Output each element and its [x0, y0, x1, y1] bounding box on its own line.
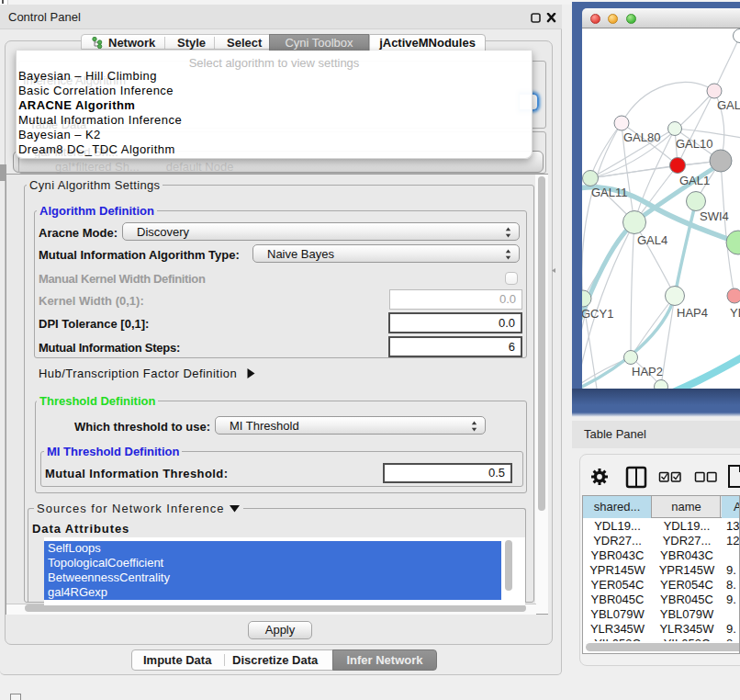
svg-text:GAL4: GAL4 — [637, 233, 667, 247]
svg-text:SWI4: SWI4 — [700, 209, 729, 223]
svg-text:GAL7: GAL7 — [717, 98, 740, 112]
svg-text:GAL80: GAL80 — [623, 130, 660, 144]
svg-text:GAL1: GAL1 — [679, 174, 710, 187]
svg-text:GCY1: GCY1 — [582, 307, 613, 321]
svg-text:GAL11: GAL11 — [591, 186, 628, 199]
svg-text:GAL10: GAL10 — [676, 137, 712, 151]
svg-text:YD: YD — [730, 306, 740, 320]
svg-text:HAP2: HAP2 — [632, 365, 663, 378]
svg-text:HAP4: HAP4 — [677, 306, 708, 320]
